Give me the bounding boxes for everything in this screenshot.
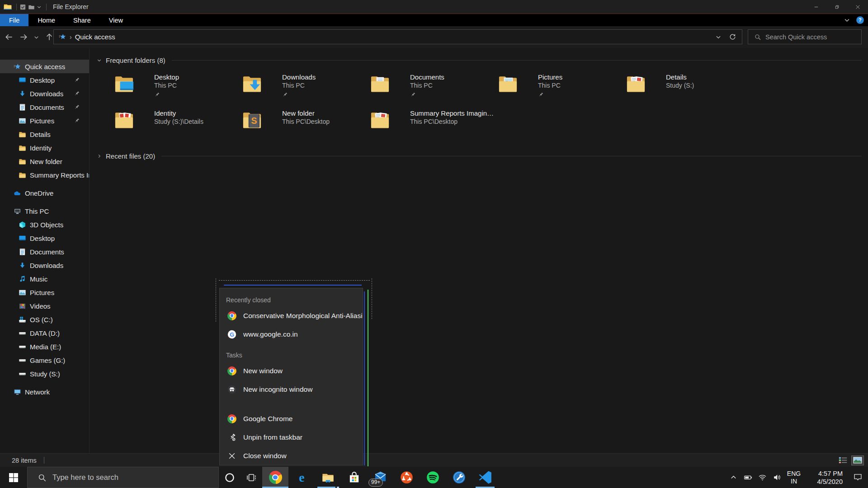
clock[interactable]: 4:57 PM 4/5/2020	[807, 469, 843, 486]
address-dropdown-chevron-icon[interactable]	[715, 34, 722, 40]
jumplist-item-label: www.google.co.in	[243, 330, 298, 338]
sidebar-item-desktop[interactable]: Desktop	[0, 231, 89, 245]
tab-view[interactable]: View	[100, 14, 132, 26]
sidebar-item-details[interactable]: Details	[0, 127, 89, 141]
sidebar-item-downloads[interactable]: Downloads	[0, 87, 89, 100]
jumplist-item-close-window[interactable]: Close window	[220, 446, 363, 465]
sidebar-item-3d-objects[interactable]: 3D Objects	[0, 218, 89, 231]
tab-share[interactable]: Share	[64, 14, 100, 26]
taskbar-store-button[interactable]	[341, 467, 367, 488]
sidebar-item-study-s[interactable]: Study (S:)	[0, 367, 89, 380]
expand-ribbon-chevron-icon[interactable]	[844, 17, 850, 23]
tray-overflow-button[interactable]	[726, 467, 741, 488]
sidebar-item-music[interactable]: Music	[0, 272, 89, 286]
collapse-chevron-icon[interactable]	[97, 58, 102, 63]
folder-tile-identity[interactable]: IdentityStudy (S:)\Details	[113, 108, 241, 140]
tab-file[interactable]: File	[0, 14, 28, 26]
taskbar-search-input[interactable]: Type here to search	[27, 467, 219, 488]
up-button[interactable]	[45, 33, 54, 42]
taskbar-file-explorer-button[interactable]	[315, 467, 341, 488]
customize-toolbar-chevron-icon[interactable]	[37, 5, 42, 9]
tile-location: This PC	[282, 81, 316, 89]
sidebar-item-downloads[interactable]: Downloads	[0, 258, 89, 272]
toolbar-separator	[46, 4, 47, 10]
address-bar[interactable]: › Quick access	[53, 29, 742, 44]
folder-icon	[497, 73, 519, 94]
start-button[interactable]	[0, 467, 27, 488]
sidebar-item-pictures[interactable]: Pictures	[0, 114, 89, 127]
action-center-button[interactable]	[847, 467, 868, 488]
folder-tile-new-folder[interactable]: SNew folderThis PC\Desktop	[241, 108, 369, 140]
taskbar-ubuntu-button[interactable]	[393, 467, 420, 488]
forward-button[interactable]	[19, 33, 28, 42]
spotify-icon	[426, 471, 439, 484]
minimize-button[interactable]	[806, 0, 826, 14]
taskbar-edge-button[interactable]: e	[288, 467, 315, 488]
sidebar-item-this-pc[interactable]: This PC	[0, 204, 89, 218]
sidebar-item-network[interactable]: Network	[0, 385, 89, 399]
search-input[interactable]: Search Quick access	[748, 29, 862, 44]
folder-tile-summary-reports-imagin[interactable]: Summary Reports Imagin…This PC\Desktop	[369, 108, 497, 140]
help-icon[interactable]: ?	[856, 16, 864, 24]
sidebar-item-quick-access[interactable]: Quick access	[0, 60, 89, 73]
jumplist-item-conservative-morphological-anti-aliasi[interactable]: Conservative Morphological Anti-Aliasi…	[220, 306, 363, 325]
sidebar-item-identity[interactable]: Identity	[0, 141, 89, 155]
file-list-area[interactable]: Frequent folders (8) DesktopThis PCDownl…	[90, 48, 868, 454]
folder-tile-desktop[interactable]: DesktopThis PC	[113, 72, 241, 104]
recent-locations-chevron-icon[interactable]	[33, 34, 39, 40]
battery-indicator[interactable]	[741, 467, 755, 488]
jumplist-item-www-google-co-in[interactable]: Gwww.google.co.in	[220, 325, 363, 343]
sidebar-item-data-d[interactable]: DATA (D:)	[0, 326, 89, 340]
taskbar-wrench-utility-button[interactable]	[446, 467, 472, 488]
sidebar-item-summary-reports-ir[interactable]: Summary Reports Ir	[0, 168, 89, 182]
task-view-button[interactable]	[241, 467, 262, 488]
taskbar-spotify-button[interactable]	[420, 467, 446, 488]
back-button[interactable]	[5, 33, 14, 42]
details-view-button[interactable]	[837, 456, 849, 465]
folder-tile-details[interactable]: DetailsStudy (S:)	[625, 72, 753, 104]
language-indicator[interactable]: ENG IN	[784, 470, 804, 485]
sidebar-item-games-g[interactable]: Games (G:)	[0, 353, 89, 367]
folder-tile-pictures[interactable]: PicturesThis PC	[497, 72, 625, 104]
sidebar-item-desktop[interactable]: Desktop	[0, 73, 89, 87]
sidebar-item-documents[interactable]: Documents	[0, 245, 89, 258]
group-header-frequent-folders[interactable]: Frequent folders (8)	[97, 55, 868, 65]
volume-indicator[interactable]	[769, 467, 784, 488]
file-explorer-logo-icon	[4, 3, 12, 11]
sidebar-item-new-folder[interactable]: New folder	[0, 155, 89, 168]
refresh-icon[interactable]	[729, 33, 736, 41]
network-indicator[interactable]	[755, 467, 769, 488]
jumplist-item-label: New incognito window	[243, 385, 312, 394]
new-folder-toolbar-icon[interactable]	[28, 4, 35, 10]
close-button[interactable]	[847, 0, 868, 14]
taskbar-chrome-button[interactable]	[262, 467, 288, 488]
frequent-folders-grid: DesktopThis PCDownloadsThis PCDocumentsT…	[113, 72, 760, 145]
jumplist-item-unpin-from-taskbar[interactable]: Unpin from taskbar	[220, 428, 363, 446]
jumplist-item-google-chrome[interactable]: Google Chrome	[220, 409, 363, 428]
sidebar-item-videos[interactable]: Videos	[0, 299, 89, 313]
folder-tile-downloads[interactable]: DownloadsThis PC	[241, 72, 369, 104]
onedrive-icon	[14, 189, 21, 197]
os-drive-icon	[19, 316, 26, 324]
document-icon	[19, 248, 26, 256]
expand-chevron-icon[interactable]	[97, 154, 102, 159]
sidebar-item-onedrive[interactable]: OneDrive	[0, 186, 89, 200]
folder-tile-documents[interactable]: DocumentsThis PC	[369, 72, 497, 104]
breadcrumb[interactable]: Quick access	[75, 33, 115, 41]
thumbnails-view-button[interactable]	[852, 456, 863, 465]
jumplist-item-new-window[interactable]: New window	[220, 361, 363, 380]
jumplist-item-new-incognito-window[interactable]: New incognito window	[220, 380, 363, 399]
sidebar-item-os-c[interactable]: OS (C:)	[0, 313, 89, 326]
cortana-button[interactable]	[219, 467, 241, 488]
overlay-blue-vline	[364, 291, 365, 465]
sidebar-item-pictures[interactable]: Pictures	[0, 286, 89, 299]
taskbar-mail-button[interactable]: 99+	[367, 467, 393, 488]
group-header-recent-files[interactable]: Recent files (20)	[97, 151, 868, 161]
pin-icon	[154, 92, 160, 98]
maximize-button[interactable]	[826, 0, 847, 14]
taskbar-vscode-button[interactable]	[472, 467, 498, 488]
sidebar-item-media-e[interactable]: Media (E:)	[0, 340, 89, 353]
sidebar-item-documents[interactable]: Documents	[0, 100, 89, 114]
properties-toolbar-icon[interactable]	[19, 4, 26, 10]
tab-home[interactable]: Home	[28, 14, 64, 26]
